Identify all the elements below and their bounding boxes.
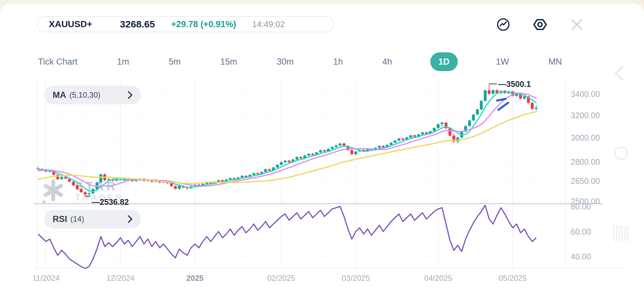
chart-type-button[interactable] xyxy=(496,17,511,32)
svg-text:02/2025: 02/2025 xyxy=(267,274,295,282)
symbol-info-pill[interactable]: XAUUSD+ 3268.65 +29.78 (+0.91%) 14:49:02 xyxy=(37,16,334,32)
svg-text:80.00: 80.00 xyxy=(571,202,591,211)
svg-text:04/2025: 04/2025 xyxy=(424,274,452,282)
hexagon-settings-icon xyxy=(533,17,547,32)
svg-text:40.00: 40.00 xyxy=(571,252,591,261)
svg-text:3400.00: 3400.00 xyxy=(571,90,600,99)
svg-text:12/2024: 12/2024 xyxy=(107,274,135,282)
svg-text:—3500.1: —3500.1 xyxy=(498,79,531,89)
close-icon xyxy=(569,17,584,32)
rounded-square-icon xyxy=(613,145,629,161)
tab-1w[interactable]: 1W xyxy=(495,52,510,71)
chart-settings-button[interactable] xyxy=(533,17,547,32)
svg-text:03/2025: 03/2025 xyxy=(342,274,370,282)
tab-tick-chart[interactable]: Tick Chart xyxy=(37,52,79,71)
chevron-left-icon xyxy=(612,64,628,82)
svg-text:2650.00: 2650.00 xyxy=(571,176,600,185)
svg-text:05/2025: 05/2025 xyxy=(499,274,527,282)
rsi-indicator-name: RSI xyxy=(53,214,67,224)
tab-5m[interactable]: 5m xyxy=(167,52,182,71)
tab-1d[interactable]: 1D xyxy=(430,52,458,71)
tab-4h[interactable]: 4h xyxy=(381,52,394,71)
svg-text:11/2024: 11/2024 xyxy=(34,274,60,282)
svg-text:60.00: 60.00 xyxy=(571,227,591,236)
last-price: 3268.65 xyxy=(120,19,155,30)
svg-text:2800.00: 2800.00 xyxy=(571,157,600,166)
tab-1m[interactable]: 1m xyxy=(116,52,130,71)
price-chart-canvas[interactable]: 3400.003200.003000.002800.002650.002500.… xyxy=(34,4,644,306)
svg-text:3000.00: 3000.00 xyxy=(571,133,600,142)
pulse-chart-icon xyxy=(496,17,511,32)
ma-indicator-name: MA xyxy=(53,90,66,100)
tab-30m[interactable]: 30m xyxy=(275,52,295,71)
timeframe-tabs: Tick Chart 1m 5m 15m 30m 1h 4h 1D 1W MN xyxy=(37,52,563,71)
ma-indicator-pill[interactable]: MA (5,10,30) xyxy=(44,86,141,104)
chevron-right-icon xyxy=(128,91,133,99)
trading-app-screen: STAR TRADER 3400.003200.003000.002800.00… xyxy=(0,0,644,306)
quote-time: 14:49:02 xyxy=(252,19,285,29)
svg-text:—2536.82: —2536.82 xyxy=(92,197,129,206)
square-tool-button[interactable] xyxy=(613,145,629,161)
bars-tool-button[interactable] xyxy=(613,226,629,241)
close-chart-button[interactable] xyxy=(569,17,584,32)
chart-sheet: STAR TRADER 3400.003200.003000.002800.00… xyxy=(0,4,644,306)
tab-15m[interactable]: 15m xyxy=(219,52,239,71)
chevron-right-icon xyxy=(128,215,133,223)
rsi-indicator-pill[interactable]: RSI (14) xyxy=(44,210,141,228)
collapse-panel-button[interactable] xyxy=(612,64,628,82)
rsi-indicator-params: (14) xyxy=(70,215,84,224)
tab-mn[interactable]: MN xyxy=(547,52,563,71)
three-bars-icon xyxy=(613,226,629,241)
ma-indicator-params: (5,10,30) xyxy=(69,90,100,100)
tab-1h[interactable]: 1h xyxy=(332,52,344,71)
svg-text:2025: 2025 xyxy=(186,274,203,282)
symbol-name: XAUUSD+ xyxy=(49,19,92,29)
svg-text:3200.00: 3200.00 xyxy=(571,111,600,120)
price-change: +29.78 (+0.91%) xyxy=(171,19,236,29)
